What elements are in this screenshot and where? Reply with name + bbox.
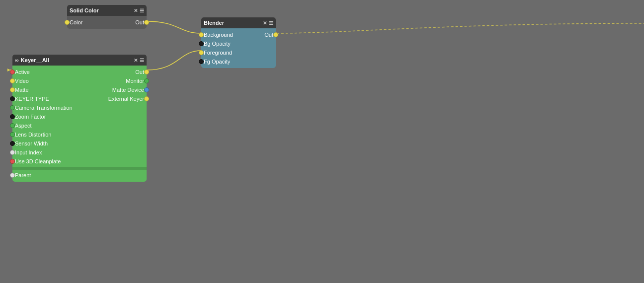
keyer-lens-in-port[interactable] <box>10 132 15 137</box>
keyer-external-keyer-port[interactable] <box>144 96 149 101</box>
blender-row-background: Background Out <box>201 30 276 39</box>
keyer-row-sensor: Sensor Width <box>12 139 147 148</box>
keyer-active-label: Active <box>15 69 30 75</box>
keyer-divider <box>12 167 147 170</box>
keyer-out-port[interactable] <box>144 70 149 74</box>
keyer-row-lens: Lens Distortion <box>12 130 147 139</box>
solid-color-row-color: Color Out <box>67 18 147 27</box>
solid-color-out-label: Out <box>135 19 144 25</box>
solid-color-color-label: Color <box>70 19 82 25</box>
keyer-matte-device-label: Matte Device <box>112 87 144 93</box>
blender-foreground-in-port[interactable] <box>199 50 204 55</box>
blender-row-bg-opacity: Bg Opacity <box>201 39 276 48</box>
blender-body: Background Out Bg Opacity Foreground Fg … <box>201 28 276 68</box>
keyer-matte-device-port[interactable] <box>144 87 149 92</box>
keyer-body: Active Out Video Monitor Matte Matte Dev… <box>12 66 147 182</box>
blender-header: Blender ✕ ☰ <box>201 17 276 28</box>
blender-row-fg-opacity: Fg Opacity <box>201 57 276 66</box>
keyer-monitor-label: Monitor <box>126 78 144 84</box>
keyer-row-aspect: Aspect <box>12 121 147 130</box>
blender-title: Blender <box>204 20 224 26</box>
keyer-out-label: Out <box>135 69 144 75</box>
blender-background-label: Background <box>204 32 233 38</box>
keyer-link-icon: ∞ <box>15 57 19 63</box>
blender-menu-icon[interactable]: ☰ <box>269 20 273 26</box>
keyer-type-label: KEYER TYPE <box>15 96 49 102</box>
blender-bg-opacity-in-port[interactable] <box>199 41 204 46</box>
keyer-input-index-label: Input Index <box>15 149 42 155</box>
keyer-header: ∞ Keyer__All ✕ ☰ <box>12 55 147 66</box>
keyer-row-input-index: Input Index <box>12 148 147 157</box>
keyer-title: Keyer__All <box>21 57 49 63</box>
keyer-matte-label: Matte <box>15 87 29 93</box>
keyer-video-in-port[interactable] <box>10 78 15 83</box>
keyer-cleanplate-in-port[interactable] <box>10 159 15 164</box>
blender-background-in-port[interactable] <box>199 32 204 37</box>
solid-color-close-icon[interactable]: ✕ <box>134 8 138 13</box>
solid-color-header: Solid Color ✕ ☰ <box>67 5 147 16</box>
solid-color-out-port[interactable] <box>144 20 149 25</box>
keyer-camera-in-port[interactable] <box>10 105 15 110</box>
keyer-matte-in-port[interactable] <box>10 87 15 92</box>
keyer-row-parent: Parent <box>12 171 147 180</box>
keyer-cleanplate-label: Use 3D Cleanplate <box>15 158 61 164</box>
solid-color-color-port[interactable] <box>65 20 70 25</box>
keyer-node: ∞ Keyer__All ✕ ☰ Active Out Video Monito… <box>12 55 147 182</box>
keyer-row-matte: Matte Matte Device <box>12 85 147 94</box>
blender-close-icon[interactable]: ✕ <box>263 20 267 26</box>
keyer-zoom-label: Zoom Factor <box>15 114 46 120</box>
keyer-video-label: Video <box>15 78 29 84</box>
solid-color-menu-icon[interactable]: ☰ <box>140 8 144 13</box>
keyer-row-active: Active Out <box>12 68 147 76</box>
keyer-camera-label: Camera Transformation <box>15 105 73 111</box>
keyer-row-camera: Camera Transformation <box>12 103 147 112</box>
blender-foreground-label: Foreground <box>204 50 232 56</box>
keyer-lens-label: Lens Distortion <box>15 132 51 138</box>
keyer-close-icon[interactable]: ✕ <box>134 58 138 63</box>
blender-out-label: Out <box>264 32 273 38</box>
keyer-row-keyer-type: KEYER TYPE External Keyer <box>12 94 147 103</box>
keyer-parent-in-port[interactable] <box>10 173 15 178</box>
keyer-monitor-port[interactable] <box>144 78 149 83</box>
solid-color-node: Solid Color ✕ ☰ Color Out <box>67 5 147 29</box>
keyer-external-keyer-label: External Keyer <box>108 96 144 102</box>
blender-fg-opacity-label: Fg Opacity <box>204 59 230 65</box>
keyer-sensor-in-port[interactable] <box>10 141 15 146</box>
keyer-row-cleanplate: Use 3D Cleanplate <box>12 157 147 166</box>
keyer-row-video: Video Monitor <box>12 76 147 85</box>
keyer-input-index-in-port[interactable] <box>10 150 15 155</box>
blender-bg-opacity-label: Bg Opacity <box>204 41 231 47</box>
blender-fg-opacity-in-port[interactable] <box>199 59 204 64</box>
blender-out-port[interactable] <box>273 32 278 37</box>
blender-node: Blender ✕ ☰ Background Out Bg Opacity Fo… <box>201 17 276 68</box>
keyer-sensor-label: Sensor Width <box>15 141 48 146</box>
keyer-type-in-port[interactable] <box>10 96 15 101</box>
keyer-zoom-in-port[interactable] <box>10 114 15 119</box>
keyer-aspect-label: Aspect <box>15 123 32 129</box>
solid-color-body: Color Out <box>67 16 147 29</box>
keyer-row-zoom: Zoom Factor <box>12 112 147 121</box>
keyer-active-in-port[interactable] <box>10 70 15 74</box>
keyer-aspect-in-port[interactable] <box>10 123 15 128</box>
blender-row-foreground: Foreground <box>201 48 276 57</box>
solid-color-title: Solid Color <box>70 7 99 13</box>
keyer-menu-icon[interactable]: ☰ <box>140 58 144 63</box>
keyer-parent-label: Parent <box>15 172 31 178</box>
